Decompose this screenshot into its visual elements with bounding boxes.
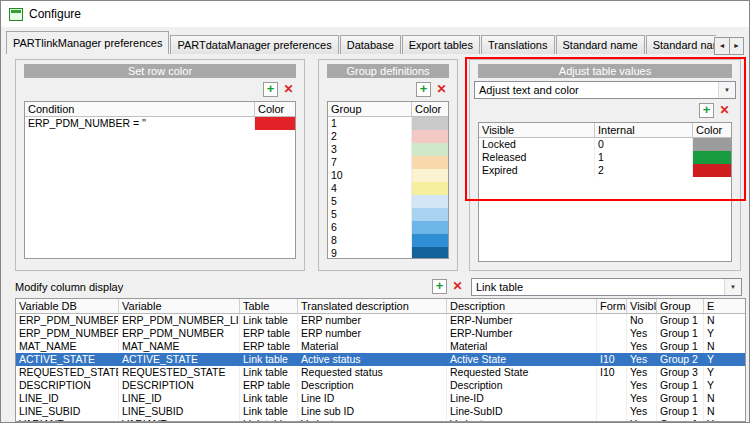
tab-scroll-left-icon[interactable]: ◄ [715, 38, 729, 54]
table-select-dropdown[interactable]: Link table ▼ [471, 278, 742, 296]
color-cell [693, 138, 732, 151]
adjust-mode-dropdown-value: Adjust text and color [479, 84, 579, 96]
table-row[interactable]: LINE_SUBIDLINE_SUBIDLink tableLine sub I… [16, 405, 745, 418]
group-definition-row[interactable]: 7 [328, 156, 448, 169]
table-cell: Link table [240, 405, 298, 418]
table-value-row[interactable]: Released1 [479, 151, 731, 164]
tab-translations[interactable]: Translations [481, 35, 555, 54]
column-header-color[interactable]: Color [412, 102, 449, 116]
table-cell: MAT_NAME [16, 340, 119, 353]
table-row[interactable]: ACTIVE_STATEACTIVE_STATELink tableActive… [16, 353, 745, 366]
color-cell [412, 117, 449, 130]
adjust-mode-dropdown[interactable]: Adjust text and color ▼ [474, 81, 736, 99]
column-header-color[interactable]: Color [255, 102, 296, 116]
column-header-translated-description[interactable]: Translated description [298, 299, 447, 313]
tab-standard-name[interactable]: Standard name [556, 35, 645, 54]
color-swatch[interactable] [412, 208, 449, 221]
group-definition-row[interactable]: 2 [328, 130, 448, 143]
group-definition-row[interactable]: 10 [328, 169, 448, 182]
condition-cell: ERP_PDM_NUMBER = '' [25, 117, 255, 130]
table-cell: Group 1 [657, 327, 704, 340]
table-cell: ERP number [298, 314, 447, 327]
window-title: Configure [29, 7, 81, 21]
column-header-table[interactable]: Table [240, 299, 298, 313]
group-cell: 5 [328, 195, 412, 208]
set-row-color-row[interactable]: ERP_PDM_NUMBER = '' [25, 117, 295, 130]
group-definition-row[interactable]: 5 [328, 208, 448, 221]
tab-export-tables[interactable]: Export tables [402, 35, 480, 54]
group-definition-row[interactable]: 5 [328, 195, 448, 208]
group-cell: 5 [328, 208, 412, 221]
table-value-row[interactable]: Locked0 [479, 138, 731, 151]
color-swatch[interactable] [412, 117, 449, 130]
chevron-down-icon[interactable]: ▼ [718, 82, 735, 98]
column-header-internal[interactable]: Internal [595, 123, 693, 137]
column-header-variable[interactable]: Variable [119, 299, 240, 313]
column-header-visible[interactable]: Visible [627, 299, 657, 313]
group-definition-row[interactable]: 1 [328, 117, 448, 130]
tab-scroll-right-icon[interactable]: ► [729, 38, 743, 54]
table-row[interactable]: DESCRIPTIONDESCRIPTIONERP tableDescripti… [16, 379, 745, 392]
table-cell [597, 314, 627, 327]
column-header-description[interactable]: Description [447, 299, 597, 313]
delete-icon[interactable]: ✕ [434, 82, 449, 97]
add-icon[interactable]: + [432, 279, 447, 294]
chevron-down-icon[interactable]: ▼ [724, 279, 741, 295]
color-swatch[interactable] [693, 138, 732, 151]
table-row[interactable]: REQUESTED_STATEREQUESTED_STATELink table… [16, 366, 745, 379]
column-header-e[interactable]: E [704, 299, 746, 313]
tab-partdatamanager-preferences[interactable]: PARTdataManager preferences [170, 35, 338, 54]
table-value-row[interactable]: Expired2 [479, 164, 731, 177]
column-header-color[interactable]: Color [693, 123, 732, 137]
adjust-table-values-rows: Locked0Released1Expired2 [479, 138, 731, 177]
group-definition-row[interactable]: 9 [328, 247, 448, 259]
group-definition-row[interactable]: 8 [328, 234, 448, 247]
table-cell [597, 418, 627, 422]
delete-icon[interactable]: ✕ [717, 103, 732, 118]
color-swatch[interactable] [693, 164, 732, 177]
table-cell: Yes [627, 353, 657, 366]
tab-database[interactable]: Database [340, 35, 401, 54]
add-icon[interactable]: + [416, 82, 431, 97]
color-swatch[interactable] [412, 169, 449, 182]
color-swatch[interactable] [412, 195, 449, 208]
color-swatch[interactable] [412, 182, 449, 195]
delete-icon[interactable]: ✕ [281, 82, 296, 97]
color-swatch[interactable] [412, 247, 449, 259]
color-swatch[interactable] [412, 156, 449, 169]
table-row[interactable]: LINE_IDLINE_IDLink tableLine IDLine-IDYe… [16, 392, 745, 405]
column-header-group[interactable]: Group [657, 299, 704, 313]
delete-icon[interactable]: ✕ [450, 279, 465, 294]
color-swatch[interactable] [255, 117, 296, 130]
column-header-condition[interactable]: Condition [25, 102, 255, 116]
table-row[interactable]: ERP_PDM_NUMBERERP_PDM_NUMBER_LINKTABLELi… [16, 314, 745, 327]
set-row-color-caption: Set row color [24, 64, 296, 78]
table-row[interactable]: ERP_PDM_NUMBERERP_PDM_NUMBERERP tableERP… [16, 327, 745, 340]
table-select-dropdown-value: Link table [476, 281, 523, 293]
tab-partlinkmanager-preferences[interactable]: PARTlinkManager preferences [6, 31, 169, 54]
color-swatch[interactable] [412, 234, 449, 247]
group-definition-row[interactable]: 4 [328, 182, 448, 195]
column-header-visible[interactable]: Visible [479, 123, 595, 137]
table-cell: Line-ID [447, 392, 597, 405]
column-header-group[interactable]: Group [328, 102, 412, 116]
table-cell [597, 392, 627, 405]
add-icon[interactable]: + [263, 82, 278, 97]
table-cell: Yes [627, 405, 657, 418]
internal-cell: 1 [595, 151, 693, 164]
table-cell: Yes [627, 327, 657, 340]
color-swatch[interactable] [693, 151, 732, 164]
group-definition-row[interactable]: 3 [328, 143, 448, 156]
color-swatch[interactable] [412, 221, 449, 234]
tab-standard-name-short[interactable]: Standard name (short) [646, 35, 716, 54]
table-row[interactable]: MAT_NAMEMAT_NAMEERP tableMaterialMateria… [16, 340, 745, 353]
add-icon[interactable]: + [699, 103, 714, 118]
table-cell: Group 1 [657, 418, 704, 422]
group-definition-row[interactable]: 6 [328, 221, 448, 234]
table-row[interactable]: VARIANTVARIANTLink tableVariantVariantYe… [16, 418, 745, 422]
column-header-format[interactable]: Format [597, 299, 627, 313]
color-swatch[interactable] [412, 130, 449, 143]
column-header-variable-db[interactable]: Variable DB [16, 299, 119, 313]
color-swatch[interactable] [412, 143, 449, 156]
table-cell [597, 327, 627, 340]
